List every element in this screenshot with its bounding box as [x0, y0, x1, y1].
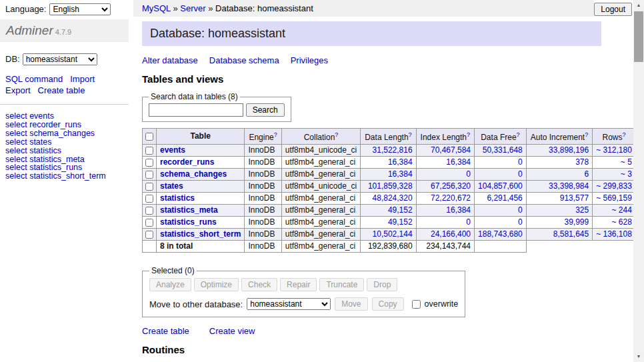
auto-increment-link[interactable]: 33,398,984: [549, 181, 589, 191]
sidebar-action-sql-command[interactable]: SQL command: [5, 74, 63, 84]
table-name-link[interactable]: events: [160, 145, 185, 155]
row-checkbox[interactable]: [145, 159, 153, 167]
sidebar-select-recorder-runs[interactable]: select recorder_runs: [5, 120, 81, 129]
sidebar-select-statistics[interactable]: select statistics: [5, 146, 61, 155]
data-free-link[interactable]: 0: [518, 205, 523, 215]
auto-increment-link[interactable]: 6: [584, 169, 589, 179]
rows-link[interactable]: ~ 5: [621, 157, 632, 167]
data-free-link[interactable]: 6,291,456: [487, 193, 522, 203]
row-checkbox[interactable]: [145, 147, 153, 155]
index-length-link[interactable]: 70,467,584: [431, 145, 471, 155]
row-checkbox[interactable]: [145, 171, 153, 179]
column-help-link[interactable]: ?: [274, 131, 277, 138]
auto-increment-link[interactable]: 913,577: [560, 193, 589, 203]
logout-button[interactable]: Logout: [594, 3, 632, 16]
sidebar-select-events[interactable]: select events: [5, 111, 54, 121]
rows-link[interactable]: ~ 299,833: [596, 181, 632, 191]
column-help-link[interactable]: ?: [467, 131, 470, 138]
data-length-link[interactable]: 101,859,328: [368, 181, 413, 191]
data-free-link[interactable]: 104,857,600: [478, 181, 523, 191]
link-privileges[interactable]: Privileges: [291, 55, 328, 65]
optimize-button[interactable]: Optimize: [194, 278, 239, 291]
link-alter-database[interactable]: Alter database: [142, 55, 198, 65]
data-length-link[interactable]: 49,152: [388, 217, 413, 227]
auto-increment-link[interactable]: 33,898,196: [549, 145, 589, 155]
data-length-link[interactable]: 48,824,320: [373, 193, 413, 203]
auto-increment-link[interactable]: 378: [575, 157, 589, 167]
row-checkbox[interactable]: [145, 231, 153, 239]
column-help-link[interactable]: ?: [409, 131, 412, 138]
sidebar-select-statistics-meta[interactable]: select statistics_meta: [5, 155, 85, 164]
data-free-link[interactable]: 0: [518, 217, 523, 227]
select-all-checkbox[interactable]: [145, 133, 153, 141]
language-select[interactable]: English: [49, 3, 111, 15]
sidebar-action-export[interactable]: Export: [5, 85, 31, 95]
data-length-link[interactable]: 49,152: [388, 205, 413, 215]
check-button[interactable]: Check: [241, 278, 277, 291]
table-name-link[interactable]: recorder_runs: [160, 157, 214, 167]
data-free-link[interactable]: 188,743,680: [478, 229, 523, 239]
auto-increment-link[interactable]: 8,581,645: [553, 229, 589, 239]
index-length-link[interactable]: 0: [466, 169, 471, 179]
row-checkbox[interactable]: [145, 183, 153, 191]
data-free-link[interactable]: 50,331,648: [483, 145, 523, 155]
sidebar-select-schema-changes[interactable]: select schema_changes: [5, 129, 95, 138]
move-db-select[interactable]: homeassistant: [247, 298, 331, 310]
data-free-link[interactable]: 0: [518, 169, 523, 179]
row-checkbox[interactable]: [145, 219, 153, 227]
overwrite-checkbox[interactable]: [412, 300, 421, 309]
db-select[interactable]: homeassistant: [23, 53, 97, 65]
rows-link[interactable]: ~ 569,159: [596, 193, 632, 203]
column-help-link[interactable]: ?: [517, 131, 520, 138]
copy-button[interactable]: Copy: [372, 297, 404, 311]
drop-button[interactable]: Drop: [367, 278, 397, 291]
column-help-link[interactable]: ?: [585, 131, 588, 138]
index-length-link[interactable]: 16,384: [446, 157, 471, 167]
table-name-link[interactable]: statistics_runs: [160, 217, 217, 227]
analyze-button[interactable]: Analyze: [149, 278, 191, 291]
rows-link[interactable]: ~ 136,108: [596, 229, 632, 239]
table-name-link[interactable]: statistics_meta: [160, 205, 218, 215]
sidebar-select-statistics-runs[interactable]: select statistics_runs: [5, 163, 82, 172]
data-length-link[interactable]: 10,502,144: [373, 229, 413, 239]
index-length-link[interactable]: 72,220,672: [431, 193, 471, 203]
repair-button[interactable]: Repair: [280, 278, 317, 291]
sidebar-action-import[interactable]: Import: [70, 74, 95, 84]
scroll-down-icon[interactable]: ▼: [633, 351, 644, 362]
auto-increment-link[interactable]: 39,999: [564, 217, 589, 227]
search-button[interactable]: Search: [246, 103, 285, 117]
index-length-link[interactable]: 67,256,320: [431, 181, 471, 191]
breadcrumb-link-server[interactable]: Server: [180, 3, 205, 13]
link-create-view[interactable]: Create view: [209, 326, 255, 336]
column-help-link[interactable]: ?: [623, 131, 626, 138]
rows-link[interactable]: ~ 244: [612, 205, 632, 215]
sidebar-select-states[interactable]: select states: [5, 137, 51, 147]
row-checkbox[interactable]: [145, 207, 153, 215]
rows-link[interactable]: ~ 3: [621, 169, 632, 179]
rows-link[interactable]: ~ 628: [612, 217, 632, 227]
data-length-link[interactable]: 16,384: [388, 169, 413, 179]
data-free-link[interactable]: 0: [518, 157, 523, 167]
sidebar-action-create-table[interactable]: Create table: [38, 85, 85, 95]
table-name-link[interactable]: states: [160, 181, 183, 191]
auto-increment-link[interactable]: 325: [575, 205, 589, 215]
scrollbar[interactable]: ▲ ▼: [633, 0, 644, 362]
column-help-link[interactable]: ?: [335, 131, 338, 138]
truncate-button[interactable]: Truncate: [319, 278, 364, 291]
table-name-link[interactable]: schema_changes: [160, 169, 227, 179]
link-database-schema[interactable]: Database schema: [209, 55, 279, 65]
row-checkbox[interactable]: [145, 195, 153, 203]
index-length-link[interactable]: 0: [466, 217, 471, 227]
rows-link[interactable]: ~ 312,180: [596, 145, 632, 155]
data-length-link[interactable]: 31,522,816: [373, 145, 413, 155]
sidebar-select-statistics-short-term[interactable]: select statistics_short_term: [5, 171, 106, 181]
move-button[interactable]: Move: [335, 297, 367, 311]
scroll-thumb[interactable]: [634, 11, 643, 62]
data-length-link[interactable]: 16,384: [388, 157, 413, 167]
index-length-link[interactable]: 16,384: [446, 205, 471, 215]
link-create-table[interactable]: Create table: [142, 326, 189, 336]
breadcrumb-link-mysql[interactable]: MySQL: [142, 3, 171, 13]
index-length-link[interactable]: 24,166,400: [431, 229, 471, 239]
table-name-link[interactable]: statistics: [160, 193, 195, 203]
scroll-up-icon[interactable]: ▲: [633, 0, 644, 11]
